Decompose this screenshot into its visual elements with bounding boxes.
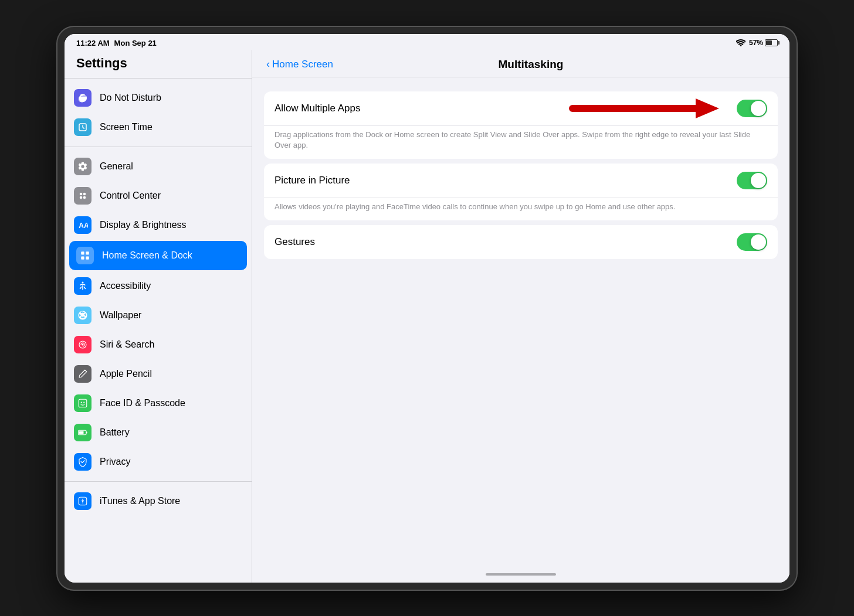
sidebar-item-home-screen[interactable]: Home Screen & Dock <box>69 241 247 270</box>
sidebar-item-face-id[interactable]: Face ID & Passcode <box>65 389 252 418</box>
sidebar-top-divider <box>65 78 252 79</box>
svg-text:AA: AA <box>79 221 88 229</box>
picture-in-picture-toggle[interactable] <box>737 172 767 189</box>
screen-time-icon <box>74 118 92 136</box>
content-area: ‹ Home Screen Multitasking Allow Multipl… <box>252 50 789 583</box>
battery-label: Battery <box>100 427 130 438</box>
apple-pencil-label: Apple Pencil <box>100 369 152 379</box>
siri-search-label: Siri & Search <box>100 339 154 350</box>
privacy-label: Privacy <box>100 457 130 467</box>
general-label: General <box>100 161 133 172</box>
battery-icon <box>765 39 778 46</box>
sidebar-item-accessibility[interactable]: Accessibility <box>65 271 252 301</box>
section-divider-2 <box>65 481 252 482</box>
content-title: Multitasking <box>333 58 728 71</box>
picture-in-picture-label: Picture in Picture <box>274 175 737 186</box>
sidebar-item-itunes[interactable]: iTunes & App Store <box>65 486 252 516</box>
face-id-icon <box>74 394 92 412</box>
do-not-disturb-label: Do Not Disturb <box>100 93 161 103</box>
svg-rect-9 <box>86 256 89 259</box>
sidebar-item-battery[interactable]: Battery <box>65 418 252 447</box>
status-icons: 57% <box>736 39 778 47</box>
svg-point-12 <box>82 343 84 345</box>
do-not-disturb-icon <box>74 89 92 107</box>
face-id-label: Face ID & Passcode <box>100 398 185 409</box>
red-arrow <box>567 94 731 123</box>
svg-point-1 <box>80 192 83 195</box>
svg-rect-6 <box>81 251 84 254</box>
svg-rect-18 <box>79 431 84 434</box>
screen: 11:22 AM Mon Sep 21 57% <box>65 34 789 583</box>
svg-point-20 <box>82 502 83 503</box>
svg-rect-8 <box>81 256 84 259</box>
display-brightness-label: Display & Brightness <box>100 220 187 230</box>
back-chevron-icon: ‹ <box>266 58 270 70</box>
svg-point-15 <box>83 401 84 403</box>
svg-rect-13 <box>79 399 87 407</box>
scroll-indicator <box>486 573 556 576</box>
sidebar-item-display-brightness[interactable]: AA Display & Brightness <box>65 210 252 240</box>
pip-toggle-knob <box>751 173 766 188</box>
battery-status: 57% <box>749 39 778 47</box>
sidebar-item-control-center[interactable]: Control Center <box>65 181 252 210</box>
sidebar-item-siri-search[interactable]: Siri & Search <box>65 330 252 359</box>
allow-multiple-apps-row: Allow Multiple Apps <box>264 91 778 126</box>
apple-pencil-icon <box>74 365 92 383</box>
home-screen-label: Home Screen & Dock <box>102 250 192 261</box>
general-icon <box>74 158 92 175</box>
status-time: 11:22 AM <box>76 39 110 47</box>
privacy-icon <box>74 453 92 471</box>
siri-icon <box>74 336 92 353</box>
sidebar-item-screen-time[interactable]: Screen Time <box>65 113 252 142</box>
svg-point-10 <box>82 281 84 283</box>
content-header: ‹ Home Screen Multitasking <box>252 50 789 77</box>
gestures-toggle-knob <box>751 234 766 250</box>
itunes-icon <box>74 492 92 510</box>
sidebar-item-apple-pencil[interactable]: Apple Pencil <box>65 359 252 389</box>
wallpaper-label: Wallpaper <box>100 310 141 321</box>
sidebar-item-general[interactable]: General <box>65 152 252 181</box>
sidebar-item-wallpaper[interactable]: Wallpaper <box>65 301 252 330</box>
svg-point-4 <box>83 196 86 199</box>
sidebar-item-do-not-disturb[interactable]: Do Not Disturb <box>65 83 252 113</box>
svg-point-2 <box>83 192 86 195</box>
accessibility-label: Accessibility <box>100 281 151 291</box>
picture-in-picture-card: Picture in Picture Allows videos you're … <box>264 164 778 220</box>
screen-time-label: Screen Time <box>100 122 152 132</box>
sidebar-item-privacy[interactable]: Privacy <box>65 447 252 477</box>
battery-percent: 57% <box>749 39 763 47</box>
status-bar: 11:22 AM Mon Sep 21 57% <box>65 34 789 50</box>
wallpaper-icon <box>74 307 92 324</box>
back-button[interactable]: ‹ Home Screen <box>266 58 333 70</box>
status-date: Mon Sep 21 <box>114 39 157 47</box>
svg-rect-17 <box>86 431 87 433</box>
gestures-toggle[interactable] <box>737 233 767 251</box>
content-body: Allow Multiple Apps <box>252 77 789 278</box>
control-center-icon <box>74 187 92 205</box>
svg-point-14 <box>81 401 82 403</box>
back-label: Home Screen <box>272 59 333 70</box>
sidebar: Settings Do Not Disturb Screen Time <box>65 50 252 583</box>
main-layout: Settings Do Not Disturb Screen Time <box>65 50 789 583</box>
picture-in-picture-row: Picture in Picture <box>264 164 778 198</box>
allow-multiple-apps-description: Drag applications from the Dock or Home … <box>264 126 778 159</box>
accessibility-icon <box>74 277 92 295</box>
svg-rect-7 <box>86 251 89 254</box>
device-frame: 11:22 AM Mon Sep 21 57% <box>57 27 797 590</box>
allow-multiple-apps-toggle[interactable] <box>737 100 767 117</box>
svg-marker-21 <box>696 98 719 118</box>
sidebar-title: Settings <box>65 50 252 78</box>
home-screen-icon <box>76 247 94 264</box>
gestures-card: Gestures <box>264 225 778 259</box>
itunes-label: iTunes & App Store <box>100 496 180 506</box>
gestures-row: Gestures <box>264 225 778 259</box>
picture-in-picture-description: Allows videos you're playing and FaceTim… <box>264 198 778 220</box>
control-center-label: Control Center <box>100 190 161 201</box>
battery-settings-icon <box>74 424 92 441</box>
allow-multiple-apps-card: Allow Multiple Apps <box>264 91 778 159</box>
gestures-label: Gestures <box>274 236 737 248</box>
display-brightness-icon: AA <box>74 216 92 234</box>
wifi-icon <box>736 39 745 46</box>
section-divider-1 <box>65 147 252 147</box>
svg-point-3 <box>80 196 83 199</box>
